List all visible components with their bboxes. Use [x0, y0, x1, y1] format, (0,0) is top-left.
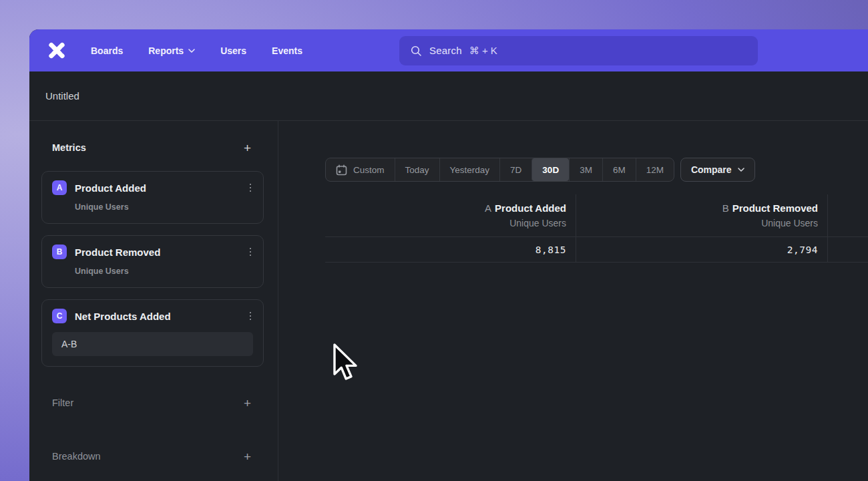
chevron-down-icon	[188, 49, 195, 53]
range-label: Today	[405, 165, 429, 175]
metric-card-c[interactable]: C Net Products Added A-B	[41, 299, 264, 367]
range-custom-label: Custom	[353, 165, 385, 175]
metric-title: Product Added	[75, 182, 146, 194]
range-label: 3M	[580, 165, 592, 175]
report-title[interactable]: Untitled	[45, 90, 79, 102]
formula-value: A-B	[61, 339, 77, 349]
kebab-menu-icon[interactable]	[248, 182, 254, 194]
content-area: Metrics + A Product Added Unique Users B…	[29, 121, 868, 481]
filter-label: Filter	[52, 397, 73, 408]
range-label: 7D	[510, 165, 521, 175]
metric-title: Net Products Added	[75, 311, 171, 322]
kebab-menu-icon[interactable]	[248, 246, 254, 259]
top-nav: Boards Reports Users Events Search ⌘ + K	[29, 29, 868, 71]
column-subtitle: Unique Users	[576, 218, 818, 228]
calendar-icon	[336, 164, 347, 176]
column-subtitle: Unique Users	[325, 218, 566, 228]
column-header-empty	[828, 194, 868, 236]
nav-item-boards[interactable]: Boards	[91, 45, 123, 56]
nav-item-boards-label: Boards	[91, 45, 123, 56]
app-window: Boards Reports Users Events Search ⌘ + K…	[29, 29, 868, 481]
metric-card-list: A Product Added Unique Users B Product R…	[41, 171, 264, 367]
value-cell-empty	[828, 237, 868, 262]
nav-item-reports-label: Reports	[148, 45, 184, 56]
mixpanel-logo-icon[interactable]	[45, 39, 68, 62]
range-6m[interactable]: 6M	[602, 158, 636, 181]
chevron-down-icon	[738, 168, 744, 172]
search-shortcut: ⌘ + K	[469, 45, 497, 57]
metric-value: 8,815	[535, 245, 566, 255]
range-7d[interactable]: 7D	[499, 158, 531, 181]
nav-item-events[interactable]: Events	[272, 45, 302, 56]
search-placeholder: Search	[429, 45, 462, 56]
range-3m[interactable]: 3M	[569, 158, 602, 181]
metric-value: 2,794	[787, 245, 818, 255]
search-input[interactable]: Search ⌘ + K	[399, 36, 758, 65]
range-label: 30D	[542, 165, 559, 175]
range-label: Yesterday	[450, 165, 490, 175]
search-icon	[410, 45, 422, 57]
nav-item-events-label: Events	[272, 45, 302, 56]
column-letter: A	[485, 202, 491, 214]
metric-measurement[interactable]: Unique Users	[75, 202, 253, 212]
metric-badge-a: A	[52, 180, 67, 195]
compare-button[interactable]: Compare	[680, 158, 755, 182]
range-yesterday[interactable]: Yesterday	[439, 158, 500, 181]
metric-badge-b: B	[52, 245, 67, 259]
query-builder-sidebar: Metrics + A Product Added Unique Users B…	[29, 121, 278, 481]
add-breakdown-button[interactable]: +	[244, 450, 251, 463]
date-toolbar: Custom Today Yesterday 7D 30D 3M 6M 12M …	[325, 158, 868, 182]
metric-card-a[interactable]: A Product Added Unique Users	[41, 171, 264, 224]
filter-section: Filter +	[29, 396, 278, 410]
add-filter-button[interactable]: +	[244, 397, 251, 410]
range-custom[interactable]: Custom	[326, 158, 395, 181]
table-value-row: 8,815 2,794	[325, 236, 868, 263]
desktop-background: { "colors": { "nav_purple": "#574ee2", "…	[0, 0, 868, 481]
kebab-menu-icon[interactable]	[248, 310, 254, 323]
range-today[interactable]: Today	[395, 158, 439, 181]
breakdown-section: Breakdown +	[29, 450, 278, 463]
compare-label: Compare	[691, 164, 732, 175]
metrics-header: Metrics +	[29, 141, 278, 154]
value-cell-product-added[interactable]: 8,815	[325, 237, 576, 262]
metric-card-b[interactable]: B Product Removed Unique Users	[41, 235, 264, 288]
metric-measurement[interactable]: Unique Users	[75, 267, 253, 276]
metrics-label: Metrics	[52, 142, 86, 153]
nav-item-users[interactable]: Users	[220, 45, 246, 56]
range-label: 12M	[646, 165, 664, 175]
nav-item-reports[interactable]: Reports	[148, 45, 195, 56]
formula-input[interactable]: A-B	[52, 332, 253, 356]
column-letter: B	[722, 202, 729, 214]
value-cell-product-removed[interactable]: 2,794	[576, 237, 828, 262]
date-range-segmented-control: Custom Today Yesterday 7D 30D 3M 6M 12M	[325, 158, 674, 182]
column-title: Product Removed	[732, 202, 818, 214]
column-header-product-added[interactable]: AProduct Added Unique Users	[325, 194, 576, 236]
report-main-panel: Custom Today Yesterday 7D 30D 3M 6M 12M …	[278, 121, 868, 481]
nav-item-users-label: Users	[220, 45, 246, 56]
range-30d-selected[interactable]: 30D	[531, 158, 569, 181]
metric-badge-c: C	[52, 309, 67, 323]
table-header-row: AProduct Added Unique Users BProduct Rem…	[325, 194, 868, 236]
results-table: AProduct Added Unique Users BProduct Rem…	[325, 194, 868, 263]
column-header-product-removed[interactable]: BProduct Removed Unique Users	[576, 194, 828, 236]
add-metric-button[interactable]: +	[244, 142, 251, 154]
nav-items: Boards Reports Users Events	[91, 45, 302, 56]
metric-title: Product Removed	[75, 247, 160, 258]
range-label: 6M	[613, 165, 626, 175]
range-12m[interactable]: 12M	[636, 158, 674, 181]
column-title: Product Added	[495, 202, 566, 214]
report-title-bar: Untitled	[29, 71, 868, 121]
breakdown-label: Breakdown	[52, 451, 101, 462]
